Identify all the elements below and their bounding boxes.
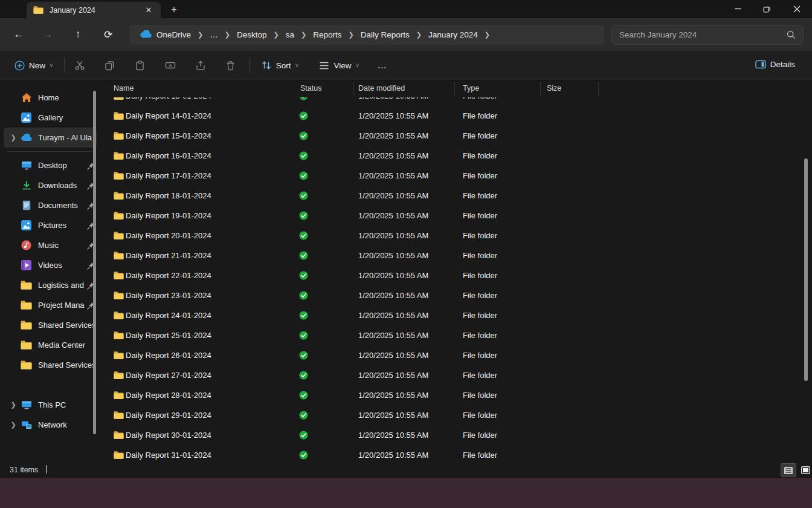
sidebar-item-project-mana[interactable]: Project Mana (4, 295, 97, 315)
back-button[interactable]: ← (10, 26, 28, 43)
list-scrollbar[interactable] (804, 158, 808, 381)
sort-button[interactable]: Sort˅ (255, 56, 305, 74)
table-row[interactable]: Daily Report 22-01-20241/20/2025 10:55 A… (102, 266, 808, 286)
column-header-status[interactable]: Status (300, 84, 321, 93)
column-header-name[interactable]: Name (114, 84, 134, 93)
folder-icon (114, 191, 124, 200)
sidebar-item-music[interactable]: Music (4, 235, 97, 255)
date-modified: 1/20/2025 10:55 AM (358, 111, 428, 120)
table-row[interactable]: Daily Report 17-01-20241/20/2025 10:55 A… (102, 166, 808, 186)
breadcrumb-item-onedrive[interactable]: OneDrive (135, 28, 195, 42)
sidebar-item-pictures[interactable]: Pictures (4, 215, 97, 235)
search-icon (787, 30, 796, 39)
rename-button[interactable]: A (160, 56, 181, 75)
sidebar-item-documents[interactable]: Documents (4, 195, 97, 215)
sidebar-item-this-pc[interactable]: ❯This PC (4, 395, 97, 415)
delete-button[interactable] (221, 56, 241, 75)
music-icon (21, 239, 32, 251)
column-header-type[interactable]: Type (463, 84, 479, 93)
table-row[interactable]: Daily Report 19-01-20241/20/2025 10:55 A… (102, 206, 808, 226)
breadcrumb-item-daily-reports[interactable]: Daily Reports (356, 28, 414, 41)
sync-status-icon (299, 111, 308, 120)
breadcrumb-item--[interactable]: … (205, 28, 222, 41)
forward-button[interactable]: → (39, 26, 57, 43)
sidebar-scrollbar[interactable] (93, 91, 96, 434)
paste-button[interactable] (130, 56, 150, 75)
column-header-size[interactable]: Size (547, 84, 561, 93)
sidebar-item-label: Project Mana (38, 301, 85, 310)
breadcrumb-item-desktop[interactable]: Desktop (233, 28, 271, 41)
breadcrumb-item-january-2024[interactable]: January 2024 (424, 28, 482, 41)
file-type: File folder (463, 451, 497, 460)
sidebar-item-desktop[interactable]: Desktop (4, 155, 97, 175)
new-tab-button[interactable]: + (167, 3, 181, 16)
breadcrumb-item-sa[interactable]: sa (282, 28, 298, 41)
sidebar-item-downloads[interactable]: Downloads (4, 175, 97, 195)
table-row[interactable]: Daily Report 23-01-20241/20/2025 10:55 A… (102, 286, 808, 306)
sidebar-item-logistics-and[interactable]: Logistics and (4, 275, 97, 295)
sidebar-item-label: Gallery (38, 113, 97, 122)
large-icons-view-toggle[interactable] (798, 463, 812, 477)
documents-icon (21, 200, 32, 211)
column-divider[interactable] (353, 82, 354, 96)
file-name: Daily Report 17-01-2024 (126, 171, 211, 180)
table-row[interactable]: Daily Report 14-01-20241/20/2025 10:55 A… (102, 106, 808, 126)
table-row[interactable]: Daily Report 31-01-20241/20/2025 10:55 A… (102, 446, 808, 463)
folder-icon (114, 451, 124, 460)
up-button[interactable]: ↑ (69, 26, 87, 43)
sidebar-item-turaym-al-ula[interactable]: ❯Turaym - Al Ula (4, 128, 97, 148)
share-button[interactable] (190, 56, 211, 75)
file-list: ⌃ NameStatusDate modifiedTypeSize Daily … (102, 80, 808, 463)
breadcrumb-item-reports[interactable]: Reports (309, 28, 346, 41)
view-button[interactable]: View˅ (313, 57, 365, 74)
table-row[interactable]: Daily Report 21-01-20241/20/2025 10:55 A… (102, 246, 808, 266)
explorer-tab[interactable]: January 2024 ✕ (27, 2, 161, 18)
date-modified: 1/20/2025 10:55 AM (358, 211, 428, 220)
close-button[interactable] (783, 0, 811, 18)
more-options-button[interactable]: … (371, 56, 393, 75)
sidebar-item-gallery[interactable]: Gallery (4, 108, 97, 128)
restore-button[interactable] (753, 0, 781, 18)
sidebar-item-videos[interactable]: Videos (4, 255, 97, 275)
sidebar-item-network[interactable]: ❯Network (4, 415, 97, 435)
search-input[interactable] (619, 30, 787, 39)
column-header-date-modified[interactable]: Date modified (358, 84, 405, 93)
table-row[interactable]: Daily Report 20-01-20241/20/2025 10:55 A… (102, 226, 808, 246)
file-type: File folder (463, 151, 497, 160)
column-divider[interactable] (454, 82, 455, 96)
table-row[interactable]: Daily Report 30-01-20241/20/2025 10:55 A… (102, 426, 808, 446)
details-pane-button[interactable]: Details (749, 56, 801, 73)
file-type: File folder (463, 171, 497, 180)
table-row[interactable]: Daily Report 24-01-20241/20/2025 10:55 A… (102, 306, 808, 326)
table-row[interactable]: Daily Report 16-01-20241/20/2025 10:55 A… (102, 146, 808, 166)
file-type: File folder (463, 191, 497, 200)
new-button[interactable]: New˅ (8, 56, 59, 75)
table-row[interactable]: Daily Report 13-01-20241/20/2025 10:55 A… (102, 97, 808, 106)
sidebar-item-shared-services[interactable]: Shared Services (4, 315, 97, 335)
column-divider[interactable] (598, 82, 599, 96)
table-row[interactable]: Daily Report 26-01-20241/20/2025 10:55 A… (102, 346, 808, 366)
file-name: Daily Report 18-01-2024 (126, 191, 211, 200)
details-view-toggle[interactable] (781, 463, 796, 477)
sidebar-item-shared-services[interactable]: Shared Services (4, 355, 97, 375)
refresh-button[interactable]: ⟳ (99, 26, 117, 43)
table-row[interactable]: Daily Report 27-01-20241/20/2025 10:55 A… (102, 366, 808, 386)
table-row[interactable]: Daily Report 29-01-20241/20/2025 10:55 A… (102, 406, 808, 426)
close-icon (793, 5, 801, 13)
tab-close-icon[interactable]: ✕ (143, 4, 155, 16)
sidebar-item-media-center[interactable]: Media Center (4, 335, 97, 355)
expand-chevron-icon[interactable]: ❯ (8, 421, 18, 429)
expand-chevron-icon[interactable]: ❯ (8, 401, 18, 409)
expand-chevron-icon[interactable]: ❯ (8, 134, 18, 142)
file-type: File folder (463, 111, 497, 120)
cut-button[interactable] (69, 56, 90, 75)
column-divider[interactable] (540, 82, 541, 96)
minimize-button[interactable] (724, 0, 752, 18)
table-row[interactable]: Daily Report 18-01-20241/20/2025 10:55 A… (102, 186, 808, 206)
sidebar-item-home[interactable]: Home (4, 88, 97, 108)
copy-button[interactable] (100, 56, 120, 75)
table-row[interactable]: Daily Report 28-01-20241/20/2025 10:55 A… (102, 386, 808, 406)
table-row[interactable]: Daily Report 25-01-20241/20/2025 10:55 A… (102, 326, 808, 346)
search-box[interactable] (611, 25, 804, 45)
table-row[interactable]: Daily Report 15-01-20241/20/2025 10:55 A… (102, 126, 808, 146)
